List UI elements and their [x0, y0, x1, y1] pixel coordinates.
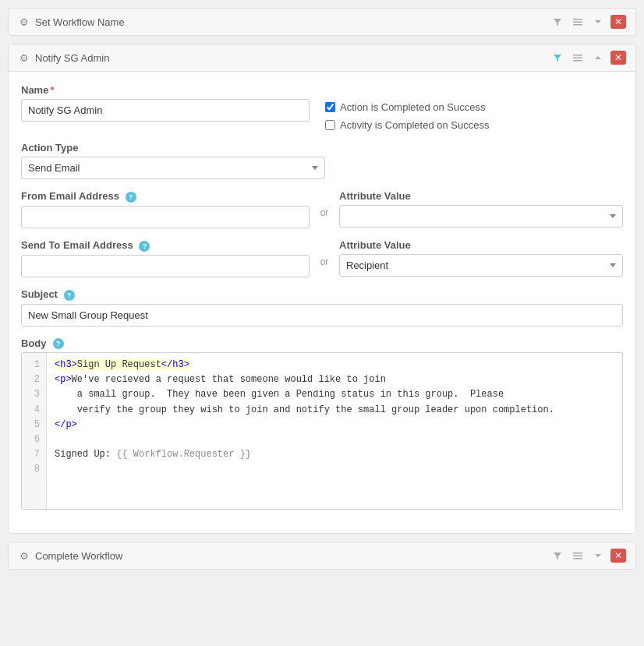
- line-num-4: 4: [28, 403, 40, 418]
- complete-workflow-header: ⚙ Complete Workflow ✕: [9, 542, 635, 569]
- subject-input[interactable]: [21, 304, 623, 327]
- notify-sg-admin-actions: ✕: [550, 51, 626, 65]
- filter-btn-3[interactable]: [550, 549, 565, 562]
- action-completed-checkbox-row: Action is Completed on Success: [325, 101, 623, 113]
- code-line-1: <h3>Sign Up Request</h3>: [55, 359, 189, 370]
- svg-rect-2: [573, 24, 582, 26]
- code-line-4: verify the group they wish to join and n…: [55, 404, 554, 415]
- line-num-2: 2: [28, 372, 40, 387]
- close-btn-3[interactable]: ✕: [610, 549, 626, 563]
- send-to-help-icon[interactable]: ?: [139, 241, 150, 252]
- complete-workflow-actions: ✕: [550, 549, 626, 563]
- body-label-row: Body ?: [21, 337, 623, 349]
- close-btn-1[interactable]: ✕: [610, 15, 626, 29]
- attribute-value-label-2: Attribute Value: [339, 239, 623, 251]
- send-to-attribute-group: Attribute Value Recipient Sender: [339, 239, 623, 277]
- line-num-7: 7: [28, 447, 40, 462]
- line-num-6: 6: [28, 432, 40, 447]
- menu-btn-3[interactable]: [570, 549, 586, 562]
- attribute-value-label-1: Attribute Value: [339, 190, 623, 202]
- code-line-2: <p>We've recieved a request that someone…: [55, 374, 386, 385]
- send-to-label: Send To Email Address ?: [21, 239, 310, 252]
- body-editor[interactable]: 1 2 3 4 5 6 7 8 <h3>Sign Up Request</h3>…: [21, 352, 623, 510]
- line-num-8: 8: [28, 462, 40, 477]
- line-num-3: 3: [28, 387, 40, 402]
- code-line-7: Signed Up: {{ Workflow.Requester }}: [55, 449, 251, 460]
- collapse-btn-2[interactable]: [590, 51, 606, 64]
- complete-workflow-icon: ⚙: [18, 549, 30, 562]
- line-num-1: 1: [28, 358, 40, 372]
- svg-rect-3: [573, 55, 582, 56]
- activity-completed-checkbox-row: Activity is Completed on Success: [325, 119, 623, 131]
- subject-help-icon[interactable]: ?: [64, 290, 75, 301]
- from-email-left: From Email Address ?: [21, 190, 310, 228]
- complete-workflow-title: ⚙ Complete Workflow: [18, 549, 122, 562]
- code-line-3: a small group. They have been given a Pe…: [55, 389, 504, 400]
- action-completed-label: Action is Completed on Success: [340, 101, 485, 113]
- code-content: <h3>Sign Up Request</h3> <p>We've reciev…: [47, 353, 622, 509]
- subject-label: Subject ?: [21, 288, 623, 301]
- filter-btn-2[interactable]: [550, 51, 565, 64]
- from-email-label: From Email Address ?: [21, 190, 310, 203]
- collapse-btn-3[interactable]: [590, 549, 606, 562]
- set-workflow-name-block: ⚙ Set Workflow Name ✕: [8, 8, 636, 36]
- body-label: Body: [21, 337, 47, 349]
- checkboxes-group: Action is Completed on Success Activity …: [325, 84, 623, 131]
- notify-sg-admin-block: ⚙ Notify SG Admin ✕ Name*: [8, 44, 636, 534]
- action-type-group: Action Type Send Email Send SMS Log: [21, 142, 325, 179]
- subject-group: Subject ?: [21, 288, 623, 327]
- action-completed-checkbox[interactable]: [325, 102, 335, 112]
- svg-rect-1: [573, 22, 582, 23]
- notify-sg-admin-icon: ⚙: [18, 51, 30, 64]
- set-workflow-name-title: ⚙ Set Workflow Name: [18, 16, 125, 28]
- send-to-email-left: Send To Email Address ?: [21, 239, 310, 277]
- svg-rect-5: [573, 60, 582, 62]
- notify-sg-admin-body: Name* Action is Completed on Success Act…: [9, 72, 635, 533]
- svg-rect-8: [573, 558, 582, 560]
- collapse-btn-1[interactable]: [590, 16, 606, 28]
- line-num-5: 5: [28, 418, 40, 432]
- required-star: *: [50, 84, 54, 96]
- complete-workflow-block: ⚙ Complete Workflow ✕: [8, 542, 636, 570]
- notify-sg-admin-header: ⚙ Notify SG Admin ✕: [9, 44, 635, 72]
- from-email-row: From Email Address ? or Attribute Value …: [21, 190, 623, 228]
- body-group: Body ? 1 2 3 4 5 6 7 8 <h3>Sign Up Reque…: [21, 337, 623, 510]
- from-email-input[interactable]: [21, 206, 310, 228]
- menu-btn-1[interactable]: [570, 16, 586, 28]
- set-workflow-name-label: Set Workflow Name: [35, 16, 125, 28]
- activity-completed-checkbox[interactable]: [325, 120, 335, 130]
- code-line-5: </p>: [55, 419, 77, 430]
- line-numbers: 1 2 3 4 5 6 7 8: [22, 353, 47, 509]
- close-btn-2[interactable]: ✕: [610, 51, 626, 65]
- send-to-or: or: [313, 239, 336, 267]
- notify-sg-admin-title: ⚙ Notify SG Admin: [18, 51, 109, 64]
- svg-rect-4: [573, 58, 582, 59]
- attribute-value-select-2[interactable]: Recipient Sender: [339, 254, 623, 277]
- set-workflow-name-actions: ✕: [550, 15, 626, 29]
- name-label: Name*: [21, 84, 310, 96]
- notify-sg-admin-label: Notify SG Admin: [35, 52, 109, 64]
- attribute-value-select-1[interactable]: Recipient Sender: [339, 205, 623, 228]
- name-input[interactable]: [21, 99, 310, 122]
- send-to-input[interactable]: [21, 255, 310, 277]
- from-email-attribute-group: Attribute Value Recipient Sender: [339, 190, 623, 228]
- action-type-select[interactable]: Send Email Send SMS Log: [21, 157, 325, 179]
- filter-btn-1[interactable]: [550, 16, 565, 28]
- name-checkboxes-row: Name* Action is Completed on Success Act…: [21, 84, 623, 131]
- menu-btn-2[interactable]: [570, 51, 586, 64]
- from-email-or: or: [313, 190, 336, 218]
- action-type-label: Action Type: [21, 142, 325, 154]
- svg-rect-0: [573, 19, 582, 20]
- body-help-icon[interactable]: ?: [53, 338, 64, 349]
- set-workflow-name-header: ⚙ Set Workflow Name ✕: [9, 9, 635, 35]
- svg-rect-7: [573, 556, 582, 557]
- name-group: Name*: [21, 84, 310, 131]
- svg-rect-6: [573, 552, 582, 554]
- complete-workflow-label: Complete Workflow: [35, 550, 122, 562]
- activity-completed-label: Activity is Completed on Success: [340, 119, 489, 131]
- from-email-help-icon[interactable]: ?: [126, 192, 136, 203]
- code-editor-inner: 1 2 3 4 5 6 7 8 <h3>Sign Up Request</h3>…: [22, 353, 622, 509]
- set-workflow-name-icon: ⚙: [18, 16, 30, 28]
- send-to-email-row: Send To Email Address ? or Attribute Val…: [21, 239, 623, 277]
